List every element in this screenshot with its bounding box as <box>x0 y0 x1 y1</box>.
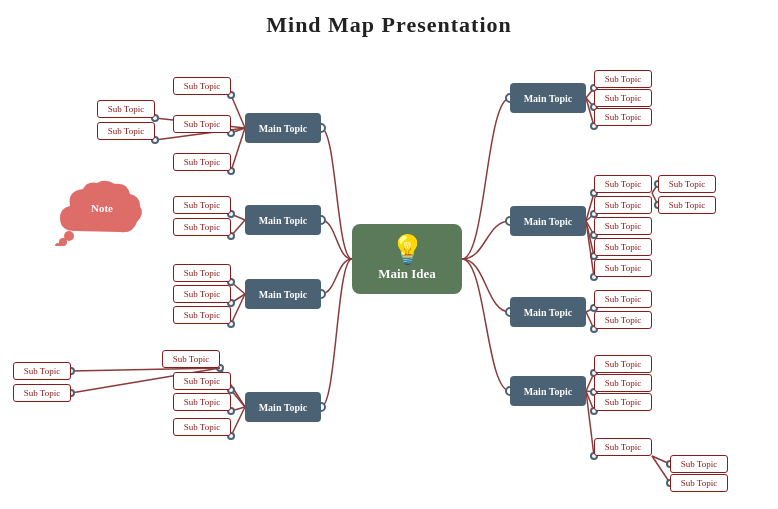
main-topic-8: Main Topic <box>510 376 586 406</box>
main-topic-2: Main Topic <box>245 205 321 235</box>
sub-topic-mt6-7: Sub Topic <box>594 259 652 277</box>
sub-topic-mt8-4: Sub Topic <box>594 438 652 456</box>
svg-line-32 <box>231 407 245 411</box>
svg-line-24 <box>231 294 245 303</box>
sub-topic-mt1-3: Sub Topic <box>173 115 231 133</box>
svg-line-44 <box>586 98 594 126</box>
sub-topic-mt4-2: Sub Topic <box>173 372 231 390</box>
sub-topic-mt7-2: Sub Topic <box>594 311 652 329</box>
sub-topic-mt6-6: Sub Topic <box>594 238 652 256</box>
sub-topic-mt4-4: Sub Topic <box>173 418 231 436</box>
svg-line-72 <box>652 456 670 464</box>
sub-topic-mt8-2: Sub Topic <box>594 374 652 392</box>
sub-topic-mt3-2: Sub Topic <box>173 285 231 303</box>
sub-topic-mt4-3: Sub Topic <box>173 393 231 411</box>
main-topic-3: Main Topic <box>245 279 321 309</box>
sub-topic-mt1-5: Sub Topic <box>173 153 231 171</box>
svg-line-48 <box>586 214 594 221</box>
svg-line-30 <box>231 390 245 407</box>
svg-line-20 <box>231 220 245 236</box>
sub-topic-mt7-1: Sub Topic <box>594 290 652 308</box>
sub-topic-mt8-3: Sub Topic <box>594 393 652 411</box>
svg-text:Note: Note <box>91 202 113 214</box>
sub-topic-mt5-1: Sub Topic <box>594 70 652 88</box>
svg-line-46 <box>586 193 594 221</box>
svg-line-34 <box>231 407 245 436</box>
bulb-icon: 💡 <box>390 236 425 264</box>
svg-line-12 <box>231 128 245 133</box>
sub-topic-mt3-1: Sub Topic <box>173 264 231 282</box>
svg-line-52 <box>586 221 594 256</box>
main-topic-4: Main Topic <box>245 392 321 422</box>
svg-line-66 <box>586 391 594 392</box>
sub-topic-mt4-1: Sub Topic <box>162 350 220 368</box>
svg-line-26 <box>231 294 245 324</box>
svg-line-50 <box>586 221 594 235</box>
note-cloud: Note <box>55 176 150 246</box>
svg-line-54 <box>586 221 594 277</box>
page-title: Mind Map Presentation <box>0 0 778 38</box>
sub-topic-mt8-1: Sub Topic <box>594 355 652 373</box>
svg-line-36 <box>71 368 220 371</box>
sub-topic-mt1-2: Sub Topic <box>97 100 155 118</box>
main-topic-7: Main Topic <box>510 297 586 327</box>
sub-topic-mt1-4: Sub Topic <box>97 122 155 140</box>
sub-topic-mt6-4: Sub Topic <box>658 175 716 193</box>
sub-topic-mt2-1: Sub Topic <box>173 196 231 214</box>
sub-topic-mt1-1: Sub Topic <box>173 77 231 95</box>
svg-line-68 <box>586 391 594 411</box>
sub-topic-mt4-6: Sub Topic <box>13 384 71 402</box>
sub-topic-mt8-5: Sub Topic <box>670 455 728 473</box>
svg-line-62 <box>586 312 594 329</box>
sub-topic-mt4-5: Sub Topic <box>13 362 71 380</box>
svg-line-18 <box>231 214 245 220</box>
main-topic-6: Main Topic <box>510 206 586 236</box>
main-topic-1: Main Topic <box>245 113 321 143</box>
sub-topic-mt6-2: Sub Topic <box>594 196 652 214</box>
sub-topic-mt3-3: Sub Topic <box>173 306 231 324</box>
main-idea-label: Main Idea <box>378 266 435 282</box>
sub-topic-mt6-1: Sub Topic <box>594 175 652 193</box>
svg-line-74 <box>652 456 670 483</box>
svg-line-64 <box>586 373 594 391</box>
svg-line-60 <box>586 308 594 312</box>
sub-topic-mt2-2: Sub Topic <box>173 218 231 236</box>
svg-line-16 <box>231 128 245 171</box>
sub-topic-mt6-5: Sub Topic <box>658 196 716 214</box>
svg-line-42 <box>586 98 594 107</box>
main-topic-5: Main Topic <box>510 83 586 113</box>
svg-line-22 <box>231 282 245 294</box>
svg-line-70 <box>586 391 594 456</box>
sub-topic-mt5-3: Sub Topic <box>594 108 652 126</box>
svg-line-8 <box>231 95 245 128</box>
sub-topic-mt8-6: Sub Topic <box>670 474 728 492</box>
sub-topic-mt5-2: Sub Topic <box>594 89 652 107</box>
main-idea-node: 💡 Main Idea <box>352 224 462 294</box>
svg-line-40 <box>586 88 594 98</box>
sub-topic-mt6-3: Sub Topic <box>594 217 652 235</box>
